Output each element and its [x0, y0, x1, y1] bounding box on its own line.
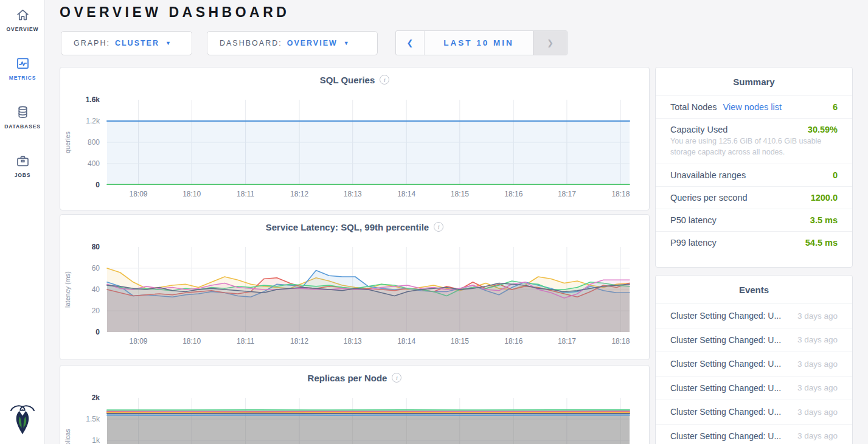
service-latency-panel: Service Latency: SQL, 99th percentile i …	[60, 214, 650, 360]
event-row[interactable]: Cluster Setting Changed: U... 3 days ago	[656, 424, 852, 444]
svg-text:18:13: 18:13	[344, 190, 362, 198]
svg-text:18:17: 18:17	[558, 190, 576, 198]
summary-label: P50 latency	[670, 215, 717, 225]
svg-text:18:14: 18:14	[397, 337, 415, 345]
summary-row-queries-per-second: Queries per second 1200.0	[656, 186, 852, 209]
event-row[interactable]: Cluster Setting Changed: U... 3 days ago	[656, 352, 852, 376]
svg-text:18:11: 18:11	[237, 190, 254, 198]
dashboard-dropdown-label: DASHBOARD:	[220, 39, 282, 47]
chevron-down-icon: ▼	[344, 40, 349, 46]
event-row[interactable]: Cluster Setting Changed: U... 3 days ago	[656, 400, 852, 424]
summary-row-p50-latency: P50 latency 3.5 ms	[656, 209, 852, 231]
event-text: Cluster Setting Changed: U...	[670, 383, 781, 393]
summary-row-capacity-used: Capacity Used 30.59% You are using 125.6…	[656, 118, 852, 164]
events-title: Events	[656, 276, 852, 304]
replicas-per-node-panel: Replicas per Node i 18:0918:1018:1118:12…	[60, 365, 650, 444]
info-icon[interactable]: i	[380, 75, 389, 85]
event-row[interactable]: Cluster Setting Changed: U... 3 days ago	[656, 376, 852, 400]
info-icon[interactable]: i	[434, 222, 443, 232]
event-text: Cluster Setting Changed: U...	[670, 407, 781, 417]
svg-text:60: 60	[92, 264, 100, 272]
page-title: OVERVIEW DASHBOARD	[60, 4, 290, 21]
event-time: 3 days ago	[797, 408, 838, 417]
graph-dropdown-value: CLUSTER	[115, 39, 159, 47]
summary-label: Unavailable ranges	[670, 170, 746, 180]
sidebar-item-label: METRICS	[9, 75, 36, 81]
svg-text:400: 400	[88, 159, 100, 168]
graph-dropdown-label: GRAPH:	[74, 39, 110, 47]
sidebar-item-databases[interactable]: DATABASES	[0, 103, 45, 141]
event-time: 3 days ago	[797, 335, 838, 344]
svg-text:18:16: 18:16	[504, 190, 523, 198]
summary-value: 30.59%	[808, 125, 838, 134]
summary-value: 54.5 ms	[805, 238, 838, 248]
time-window-next-button[interactable]: ❯	[533, 31, 567, 55]
metrics-icon	[15, 55, 30, 72]
summary-label: Capacity Used	[670, 125, 727, 134]
svg-text:800: 800	[88, 138, 100, 147]
svg-text:18:12: 18:12	[290, 337, 308, 345]
home-icon	[15, 6, 30, 23]
event-row[interactable]: Cluster Setting Changed: U... 3 days ago	[656, 328, 852, 352]
sidebar-item-overview[interactable]: OVERVIEW	[0, 6, 45, 44]
event-time: 3 days ago	[797, 311, 838, 321]
sidebar: OVERVIEW METRICS DATABASES	[0, 0, 45, 444]
svg-text:1.2k: 1.2k	[86, 117, 100, 125]
sidebar-item-jobs[interactable]: JOBS	[0, 152, 45, 190]
summary-value: 0	[833, 170, 838, 180]
database-icon	[15, 103, 30, 120]
cockroachdb-logo[interactable]	[9, 400, 36, 439]
svg-text:18:12: 18:12	[290, 190, 308, 198]
svg-text:18:10: 18:10	[182, 337, 201, 345]
event-text: Cluster Setting Changed: U...	[670, 431, 781, 441]
view-nodes-list-link[interactable]: View nodes list	[723, 102, 782, 112]
svg-text:18:18: 18:18	[611, 190, 630, 198]
chevron-left-icon: ❮	[407, 38, 414, 47]
summary-row-p99-latency: P99 latency 54.5 ms	[656, 231, 852, 254]
service-latency-chart: 18:0918:1018:1118:1218:1318:1418:1518:16…	[60, 232, 650, 350]
svg-text:0: 0	[95, 328, 100, 336]
sidebar-item-label: DATABASES	[4, 123, 41, 130]
svg-text:18:11: 18:11	[237, 337, 254, 345]
svg-text:18:15: 18:15	[451, 190, 469, 198]
summary-label: Total Nodes	[670, 102, 717, 112]
event-time: 3 days ago	[797, 359, 838, 369]
event-row[interactable]: Cluster Setting Changed: U... 3 days ago	[656, 304, 852, 328]
chevron-down-icon: ▼	[165, 40, 171, 46]
svg-text:1.6k: 1.6k	[86, 95, 100, 104]
svg-text:latency (ms): latency (ms)	[64, 271, 71, 308]
sidebar-item-label: OVERVIEW	[7, 26, 39, 32]
summary-value: 3.5 ms	[810, 215, 838, 225]
svg-text:18:15: 18:15	[451, 337, 469, 345]
info-icon[interactable]: i	[392, 373, 401, 383]
svg-text:18:14: 18:14	[397, 190, 415, 198]
summary-label: P99 latency	[670, 238, 717, 248]
sql-queries-panel: SQL Queries i 18:0918:1018:1118:1218:131…	[60, 67, 650, 210]
summary-panel: Summary Total Nodes View nodes list 6 Ca…	[655, 67, 853, 268]
svg-text:2k: 2k	[92, 394, 100, 402]
svg-text:replicas: replicas	[64, 429, 71, 444]
svg-text:20: 20	[92, 307, 100, 315]
time-window-prev-button[interactable]: ❮	[396, 31, 425, 55]
chevron-right-icon: ❯	[547, 38, 554, 47]
graph-dropdown[interactable]: GRAPH: CLUSTER ▼	[61, 31, 192, 55]
svg-text:18:18: 18:18	[611, 337, 630, 345]
svg-text:18:17: 18:17	[558, 337, 576, 345]
event-text: Cluster Setting Changed: U...	[670, 311, 781, 321]
svg-text:18:10: 18:10	[182, 190, 201, 198]
event-text: Cluster Setting Changed: U...	[670, 359, 781, 369]
summary-title: Summary	[656, 68, 852, 95]
overview-dashboard-page: OVERVIEW METRICS DATABASES	[0, 0, 868, 444]
chart-title: SQL Queries	[320, 75, 375, 85]
dashboard-dropdown[interactable]: DASHBOARD: OVERVIEW ▼	[207, 31, 378, 55]
time-window-value[interactable]: LAST 10 MIN	[425, 31, 533, 55]
sidebar-item-metrics[interactable]: METRICS	[0, 55, 45, 92]
summary-value: 6	[833, 102, 838, 112]
sql-queries-chart: 18:0918:1018:1118:1218:1318:1418:1518:16…	[60, 85, 650, 203]
briefcase-icon	[15, 152, 30, 169]
svg-text:1k: 1k	[92, 436, 100, 444]
svg-text:18:13: 18:13	[344, 337, 362, 345]
dashboard-dropdown-value: OVERVIEW	[287, 39, 338, 47]
summary-label: Queries per second	[670, 193, 748, 203]
capacity-used-description: You are using 125.6 GiB of 410.6 GiB usa…	[670, 136, 838, 158]
